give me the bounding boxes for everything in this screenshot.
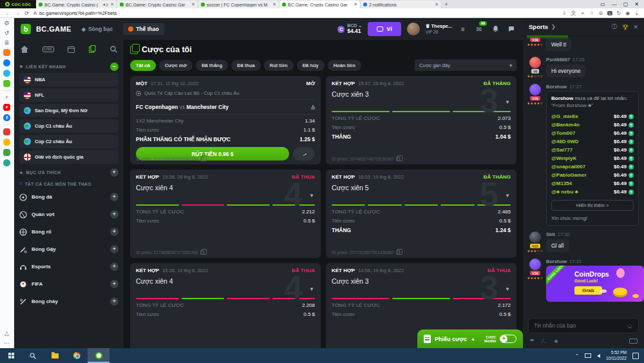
bookmark-star-icon[interactable]: ☆ (589, 10, 594, 16)
coccoc-button[interactable] (88, 348, 109, 363)
maximize-button[interactable]: ▢ (623, 1, 629, 7)
recipient-name[interactable]: @♣ nebu ♣ (551, 189, 578, 195)
sidebar-item-soccer[interactable]: Bóng đá+ (19, 188, 118, 206)
quick-bet-toggle[interactable] (500, 335, 516, 343)
currency-selector[interactable]: C BCD ⌄ $4.41 (337, 23, 362, 34)
home-icon[interactable] (21, 46, 28, 53)
tab-close-icon[interactable]: ✕ (110, 2, 114, 7)
commands-icon[interactable]: ⁄.. (542, 338, 547, 344)
recipient-name[interactable]: @Sai777 (551, 147, 573, 153)
close-button[interactable]: ✕ (634, 1, 639, 7)
recipient-name[interactable]: @WeiplyK (551, 155, 576, 161)
sync-icon[interactable]: ↻ (617, 10, 621, 16)
emoji-icon[interactable]: ☺ (627, 322, 633, 329)
recipient-name[interactable]: @snapcall007 (551, 164, 585, 170)
filter-all[interactable]: Tất cả (130, 60, 156, 71)
new-tab-button[interactable]: + (442, 0, 451, 8)
copy-icon[interactable] (200, 157, 204, 161)
filter-refund[interactable]: Hoàn tiền (328, 60, 361, 71)
calendar-icon[interactable] (68, 46, 75, 53)
league-row[interactable]: Quốc Tế Cấp Câu Lạc Bộ - Cúp C1 châu Âu (136, 86, 315, 100)
nav-sports[interactable]: Thế thao (123, 23, 164, 35)
expand-sport-button[interactable]: + (110, 245, 118, 253)
bet-list-icon[interactable]: ≡ (458, 25, 468, 34)
browser-tab-5[interactable]: 2 notifications✕ (361, 1, 442, 8)
app-shortcut-icon[interactable] (3, 128, 10, 135)
recipient-name[interactable]: @G_mieEe (551, 113, 578, 119)
tab-close-icon[interactable]: ✕ (435, 2, 439, 7)
downloads-tray-icon[interactable]: ⇣ (634, 10, 639, 16)
facebook-icon[interactable]: f (3, 114, 10, 121)
coccoc-logo[interactable]: cốc cốc (0, 0, 36, 8)
copy-icon[interactable] (396, 250, 400, 255)
reload-icon[interactable]: ⟳ (24, 10, 29, 16)
filter-cashout[interactable]: Rút tiền (264, 60, 294, 71)
sidebar-item-cup-c1[interactable]: Cúp C1 châu Âu (19, 119, 118, 133)
avatar[interactable] (529, 57, 541, 68)
site-info-icon[interactable]: A (33, 10, 37, 16)
sidebar-item-tennis[interactable]: Quần vợt+ (19, 206, 118, 223)
filter-won[interactable]: Đã thắng (196, 60, 228, 71)
copy-icon[interactable] (200, 250, 204, 255)
more-options-icon[interactable]: ⋯ (4, 340, 10, 346)
expand-sport-button[interactable]: + (110, 228, 118, 236)
chevron-down-icon[interactable]: ▼ (309, 193, 314, 199)
bet-slip-button[interactable]: Phiếu cược ▲ CƯỢCNHANH (417, 329, 523, 348)
sidebar-item-nba[interactable]: NBA (19, 73, 118, 86)
messenger-icon[interactable] (3, 59, 10, 66)
sidebar-item-basketball[interactable]: Bóng rổ+ (19, 223, 118, 240)
taskbar-clock[interactable]: 5:52 PM10/11/2022 (606, 350, 627, 360)
avatar[interactable] (529, 84, 541, 95)
grab-button[interactable]: Grab (574, 286, 602, 295)
user-avatar[interactable] (407, 23, 420, 35)
history-icon[interactable]: ↺ (5, 30, 10, 36)
chat-room-tab[interactable]: Sports (529, 23, 548, 30)
recipient-name[interactable]: @PabloGamer (551, 172, 587, 178)
app-shortcut-icon[interactable] (3, 149, 10, 156)
chevron-right-icon[interactable]: ❯ (551, 24, 556, 30)
sidebar-item-esports[interactable]: Esports+ (19, 258, 118, 275)
trophy-icon[interactable]: 🏆︎ (622, 24, 628, 30)
filter-lost[interactable]: Đã thua (231, 60, 261, 71)
back-icon[interactable]: ← (5, 10, 10, 16)
mail-icon[interactable]: ✉99 (474, 25, 484, 34)
expand-sport-button[interactable]: + (110, 193, 118, 201)
taskbar-search-button[interactable] (22, 348, 44, 363)
show-more-button[interactable]: Hiển thị thêm > (551, 200, 634, 211)
sidebar-item-cricket[interactable]: Bóng Gậy+ (19, 240, 118, 258)
browser-tab-2[interactable]: BC.Game: Crypto Casino Gar✕ (117, 1, 198, 8)
app-shortcut-icon[interactable] (3, 159, 10, 166)
expand-sport-button[interactable]: + (110, 280, 118, 288)
share-icon[interactable]: ➢ (581, 10, 585, 16)
chat-message-input[interactable] (534, 322, 627, 329)
chevron-down-icon[interactable]: ▼ (309, 286, 314, 292)
expand-sport-button[interactable]: + (110, 210, 118, 219)
network-icon[interactable] (585, 353, 591, 358)
expand-sport-button[interactable]: + (110, 297, 118, 306)
action-center-icon[interactable] (632, 353, 639, 359)
tray-expand-icon[interactable]: ⌃ (575, 353, 579, 358)
browser-tab-4-active[interactable]: BC.Game: Crypto Casino Gar✕ (279, 1, 361, 8)
zalo-icon[interactable] (3, 70, 10, 77)
browser-tab-3[interactable]: soccer | FC Copenhagen vs M✕ (198, 1, 279, 8)
chat-toggle-icon[interactable] (506, 25, 516, 34)
sidebar-item-cup-c2[interactable]: Cúp C2 châu Âu (19, 135, 118, 148)
forward-icon[interactable]: → (15, 10, 20, 16)
reader-mode-icon[interactable]: ▭ (600, 1, 605, 7)
keyboard-icon[interactable] (629, 338, 638, 344)
chat-username[interactable]: Borshow (546, 84, 567, 90)
share-bet-button[interactable]: → (293, 147, 315, 161)
app-shortcut-icon[interactable] (3, 139, 10, 146)
rain-icon[interactable]: ☂ (529, 338, 535, 344)
wallet-button[interactable]: Ví (368, 22, 401, 36)
chat-username[interactable]: Psnt66667 (546, 57, 570, 63)
collapse-quick-links-button[interactable]: − (110, 63, 118, 71)
stats-icon[interactable] (311, 105, 316, 110)
user-info[interactable]: ♛ Thespe... VIP 28 (426, 24, 452, 34)
chrome-button[interactable] (66, 348, 88, 363)
games-icon[interactable] (3, 80, 10, 87)
translate-icon[interactable]: 文 (571, 10, 576, 17)
search-icon[interactable] (110, 46, 117, 53)
expand-sport-button[interactable]: + (110, 262, 118, 271)
bcgame-logo-text[interactable]: BC.GAME (36, 25, 71, 33)
